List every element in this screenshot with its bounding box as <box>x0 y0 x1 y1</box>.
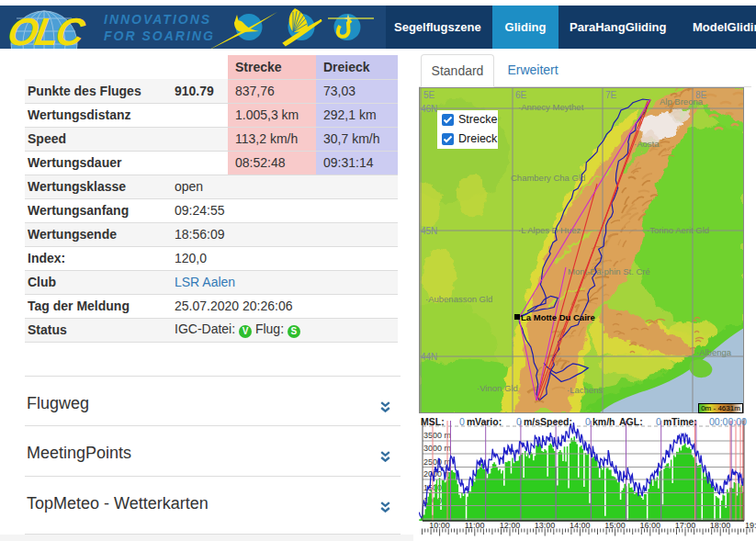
svg-text:·Vinon Gld: ·Vinon Gld <box>477 383 518 393</box>
svg-text:Mont-Da·phin St. Cré: Mont-Da·phin St. Cré <box>568 266 650 276</box>
svg-text:45N: 45N <box>421 226 437 236</box>
svg-text:11:00: 11:00 <box>465 521 485 530</box>
svg-text:Alp Breona: Alp Breona <box>660 96 704 107</box>
svg-text:·Torino Aerit Gld: ·Torino Aerit Gld <box>647 225 709 235</box>
svg-text:10:00: 10:00 <box>429 521 450 530</box>
svg-text:·Albenga: ·Albenga <box>696 347 732 357</box>
svg-text:17:00: 17:00 <box>675 521 696 530</box>
svg-text:6E: 6E <box>515 90 527 100</box>
svg-text:·Annecy Meythet: ·Annecy Meythet <box>518 102 584 112</box>
svg-text:Chambery Cha Gld: Chambery Cha Gld <box>511 173 585 183</box>
svg-text:·Aubenasson Gld: ·Aubenasson Gld <box>425 294 492 304</box>
svg-text:7E: 7E <box>605 90 617 100</box>
svg-text:46N: 46N <box>421 104 437 114</box>
svg-text:5E: 5E <box>423 90 435 100</box>
svg-text:19:00: 19:00 <box>745 521 756 530</box>
svg-text:La Motte Du Caire: La Motte Du Caire <box>521 312 595 322</box>
svg-text:13:00: 13:00 <box>535 521 556 530</box>
svg-text:14:00: 14:00 <box>570 521 591 530</box>
svg-text:·Aosta: ·Aosta <box>634 139 660 149</box>
svg-text:OLC: OLC <box>5 10 89 49</box>
svg-text:44N: 44N <box>421 352 437 362</box>
svg-text:·Lachens: ·Lachens <box>567 385 603 395</box>
svg-text:INNOVATIONS: INNOVATIONS <box>104 12 211 27</box>
svg-text:18:00: 18:00 <box>710 521 731 530</box>
svg-text:16:00: 16:00 <box>639 521 660 530</box>
svg-text:FOR SOARING: FOR SOARING <box>104 28 215 43</box>
svg-text:15:00: 15:00 <box>604 521 626 530</box>
svg-text:12:00: 12:00 <box>500 521 521 530</box>
